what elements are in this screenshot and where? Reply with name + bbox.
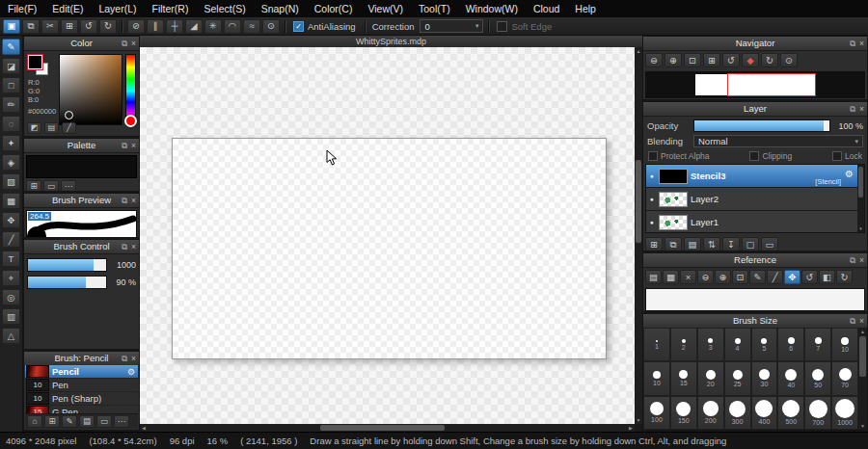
reference-image-area[interactable]	[645, 288, 865, 311]
flip-icon[interactable]: ◧	[819, 270, 835, 284]
menu-item[interactable]: Cloud	[526, 0, 567, 17]
move-tool[interactable]: ✥	[2, 212, 20, 228]
checkbox-icon[interactable]	[749, 151, 759, 161]
more-icon[interactable]: ⋯	[114, 415, 129, 428]
palette-swatch-list[interactable]	[26, 155, 137, 178]
swatch-pair-icon[interactable]: ◩	[27, 122, 41, 134]
rotate-left-icon[interactable]: ↺	[722, 53, 740, 67]
brush-size-cell[interactable]: 10	[643, 361, 670, 395]
lasso-tool[interactable]: ◌	[2, 116, 20, 132]
brush-size-cell[interactable]: 50	[804, 361, 831, 395]
Layer1[interactable]: ● Layer1 ⚙	[646, 211, 857, 233]
menu-item[interactable]: Layer(L)	[91, 0, 144, 17]
move-layer-icon[interactable]: ⇅	[703, 237, 720, 251]
menu-item[interactable]: Snap(N)	[254, 0, 307, 17]
brush-size-cell[interactable]: 40	[777, 361, 804, 395]
correction-select[interactable]: 0 ▾	[420, 19, 483, 33]
delete-brush-icon[interactable]: ▭	[96, 415, 112, 428]
close-icon[interactable]: ×	[131, 242, 136, 251]
layer-option-checkbox[interactable]: Clipping	[749, 151, 792, 161]
select-rect-tool[interactable]: □	[2, 77, 20, 93]
zoom-out-icon[interactable]: ⊖	[645, 53, 663, 67]
zoom-in-icon[interactable]: ⊕	[715, 270, 731, 284]
canvas-viewport[interactable]	[140, 47, 635, 424]
scroll-up-icon[interactable]: ▲	[635, 47, 642, 55]
menu-item[interactable]: Select(S)	[196, 0, 253, 17]
zoom-out-icon[interactable]: ⊖	[697, 270, 714, 284]
brush-size-cell[interactable]: 10	[831, 328, 858, 361]
brush-size-cell[interactable]: 30	[751, 361, 778, 395]
open-image-icon[interactable]: ▤	[645, 270, 662, 284]
brush-size-cell[interactable]: 15	[670, 361, 697, 395]
popout-icon[interactable]: ⧉	[122, 354, 127, 364]
vertical-scrollbar[interactable]: ▲ ▼	[635, 47, 642, 424]
divide-tool[interactable]: ▥	[2, 308, 20, 325]
brush-settings-icon[interactable]: ⚙	[127, 367, 135, 377]
blending-select[interactable]: Normal ▾	[693, 135, 863, 147]
scroll-right-icon[interactable]: ▶	[627, 424, 635, 432]
scroll-thumb[interactable]	[859, 336, 866, 377]
text-tool[interactable]: T	[2, 251, 20, 267]
close-icon[interactable]: ×	[859, 316, 864, 326]
brush-size-cell[interactable]: 1000	[831, 396, 858, 430]
reset-view-icon[interactable]: ⊙	[780, 53, 798, 67]
brush-size-slider[interactable]	[27, 258, 107, 272]
canvas[interactable]	[172, 138, 607, 359]
brush-size-cell[interactable]: 20	[697, 361, 724, 395]
Pencil[interactable]: Pencil ⚙	[25, 365, 138, 379]
snap-ellipse-icon[interactable]: ◠	[224, 19, 241, 34]
horizontal-scrollbar[interactable]: ◀ ▶	[140, 424, 635, 432]
foreground-color-swatch[interactable]	[28, 55, 42, 69]
snap-settings-icon[interactable]: ⊙	[262, 19, 280, 34]
snap-vanishing-point-icon[interactable]: ◢	[185, 19, 203, 34]
Stencil3[interactable]: ● Stencil3 [Stencil] ⚙	[646, 165, 857, 188]
brush-size-cell[interactable]: 4	[724, 328, 751, 361]
brush-size-cell[interactable]: 100	[643, 396, 670, 430]
selection-mode-icon[interactable]: ▣	[3, 19, 20, 34]
close-icon[interactable]: ×	[131, 39, 136, 48]
navigator-view-rectangle[interactable]	[727, 73, 816, 96]
brush-size-cell[interactable]: 3	[697, 328, 724, 361]
pencil-icon[interactable]: ✎	[749, 270, 766, 284]
rotate-left-icon[interactable]: ↺	[801, 270, 818, 284]
hand-icon[interactable]: ✥	[784, 270, 800, 284]
brush-size-cell[interactable]: 5	[751, 328, 778, 361]
soft-edge-checkbox[interactable]	[497, 21, 507, 32]
line-preview-icon[interactable]: ╱	[62, 122, 76, 134]
sv-marker[interactable]	[65, 111, 73, 119]
duplicate-layer-icon[interactable]: ⧉	[665, 237, 682, 251]
close-icon[interactable]: ×	[859, 39, 864, 48]
scroll-left-icon[interactable]: ◀	[140, 424, 148, 432]
layer-option-checkbox[interactable]: Protect Alpha	[648, 151, 710, 161]
gradient-tool[interactable]: ▨	[2, 173, 20, 190]
layer-settings-icon[interactable]: ⚙	[845, 169, 854, 179]
popout-icon[interactable]: ⧉	[122, 141, 127, 151]
slider-view-icon[interactable]: ▤	[44, 122, 59, 134]
cut-icon[interactable]: ✂	[41, 19, 59, 34]
brush-size-cell[interactable]: 7	[804, 328, 831, 361]
menu-item[interactable]: Help	[567, 0, 604, 17]
snap-curve-icon[interactable]: ≈	[243, 19, 260, 34]
rotate-right-icon[interactable]: ↻	[761, 53, 778, 67]
navigator-preview[interactable]	[645, 71, 865, 98]
brush-opacity-slider[interactable]	[27, 276, 107, 289]
snap-off-icon[interactable]: ⊘	[127, 19, 145, 34]
opacity-slider[interactable]	[693, 119, 830, 132]
edit-brush-icon[interactable]: ✎	[62, 415, 77, 428]
add-layer-icon[interactable]: ⊞	[645, 237, 663, 251]
close-icon[interactable]: ×	[131, 354, 136, 363]
layer-list-scrollbar[interactable]: ▼	[857, 165, 864, 232]
Pen (Sharp)[interactable]: 10 Pen (Sharp) ⚙	[25, 392, 138, 406]
brush-size-cell[interactable]: 500	[777, 396, 804, 430]
brush-size-cell[interactable]: 150	[670, 396, 697, 430]
fit-icon[interactable]: ⊡	[732, 270, 748, 284]
reset-rotation-icon[interactable]: ◆	[742, 53, 759, 67]
clear-layer-icon[interactable]: ▢	[742, 237, 759, 251]
brush-tool[interactable]: ✎	[2, 39, 20, 55]
checkbox-icon[interactable]	[648, 151, 658, 161]
brush-folder-icon[interactable]: ▤	[79, 415, 95, 428]
zoom-tool[interactable]: ◎	[2, 289, 20, 305]
brush-size-cell[interactable]: 400	[751, 396, 778, 430]
open-folder-icon[interactable]: ▦	[663, 270, 679, 284]
scroll-down-icon[interactable]: ▼	[635, 416, 642, 424]
